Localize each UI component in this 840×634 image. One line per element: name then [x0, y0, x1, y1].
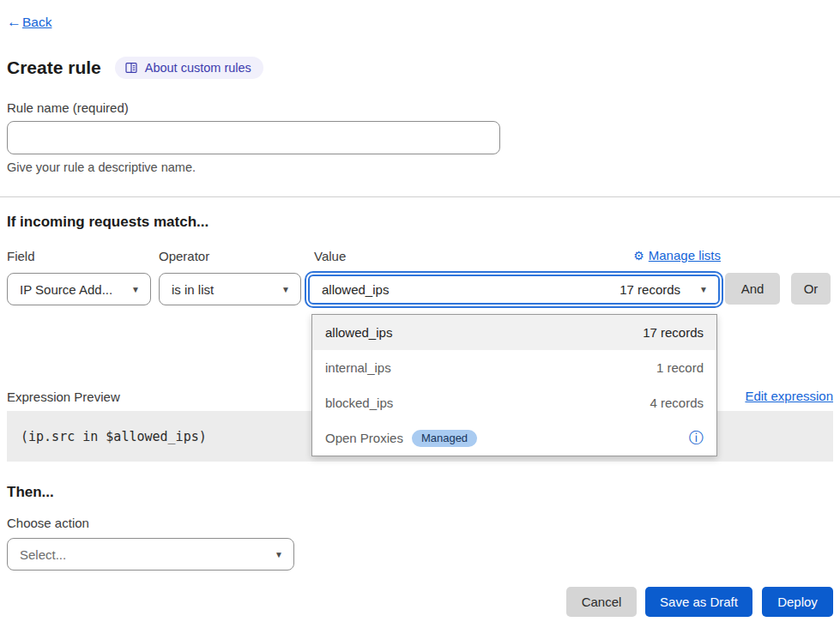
action-select[interactable]: Select... ▼ — [7, 538, 294, 571]
field-select-value: IP Source Add... — [20, 282, 112, 297]
value-label: Value — [314, 249, 346, 263]
list-item-records: 1 record — [656, 360, 704, 375]
value-dropdown-panel: allowed_ips 17 records internal_ips 1 re… — [311, 314, 717, 456]
cancel-button[interactable]: Cancel — [566, 587, 637, 617]
value-select-value: allowed_ips — [322, 282, 389, 297]
field-select[interactable]: IP Source Add... ▼ — [7, 273, 151, 305]
create-rule-page: ←Back Create rule About custom rules Rul… — [0, 0, 840, 634]
field-label: Field — [7, 249, 35, 263]
back-arrow-icon: ← — [7, 14, 21, 31]
list-item-records: 4 records — [650, 395, 704, 410]
chevron-down-icon: ▼ — [131, 285, 140, 294]
or-button[interactable]: Or — [791, 273, 831, 305]
list-item-name: blocked_ips — [325, 395, 393, 410]
action-select-placeholder: Select... — [20, 547, 66, 562]
expression-code: (ip.src in $allowed_ips) — [7, 429, 207, 444]
list-item-name: Open Proxies — [325, 431, 403, 445]
list-item-internal-ips[interactable]: internal_ips 1 record — [312, 350, 716, 385]
about-custom-rules-link[interactable]: About custom rules — [115, 57, 263, 79]
list-item-blocked-ips[interactable]: blocked_ips 4 records — [312, 385, 716, 420]
managed-badge: Managed — [412, 430, 477, 447]
rule-name-helper-text: Give your rule a descriptive name. — [7, 160, 196, 174]
section-divider — [0, 196, 840, 197]
back-link[interactable]: ←Back — [7, 14, 51, 31]
and-button[interactable]: And — [725, 273, 780, 305]
save-as-draft-button[interactable]: Save as Draft — [645, 587, 752, 617]
expression-preview-label: Expression Preview — [7, 389, 120, 404]
list-item-open-proxies[interactable]: Open Proxies Managed ⓘ — [312, 420, 716, 456]
operator-select-value: is in list — [172, 282, 214, 297]
about-custom-rules-label: About custom rules — [145, 61, 251, 75]
list-item-records: 17 records — [643, 325, 704, 340]
page-title: Create rule — [7, 57, 101, 78]
edit-expression-link[interactable]: Edit expression — [745, 389, 833, 403]
match-section-heading: If incoming requests match... — [7, 214, 208, 231]
list-item-name: internal_ips — [325, 360, 391, 375]
choose-action-label: Choose action — [7, 516, 89, 530]
chevron-down-icon: ▼ — [281, 285, 290, 294]
manage-lists-link[interactable]: ⚙ Manage lists — [633, 248, 721, 263]
deploy-button[interactable]: Deploy — [762, 587, 833, 617]
chevron-down-icon: ▼ — [699, 285, 708, 294]
info-icon[interactable]: ⓘ — [689, 431, 704, 445]
back-link-label: Back — [22, 15, 51, 30]
value-select-records: 17 records — [619, 282, 680, 297]
rule-name-label: Rule name (required) — [7, 100, 129, 115]
operator-select[interactable]: is in list ▼ — [159, 273, 301, 305]
gear-icon: ⚙ — [633, 249, 644, 263]
then-section-heading: Then... — [7, 484, 54, 501]
operator-label: Operator — [159, 249, 209, 263]
value-select[interactable]: allowed_ips 17 records ▼ — [308, 275, 720, 305]
rule-name-input[interactable] — [7, 121, 500, 154]
title-row: Create rule About custom rules — [7, 57, 263, 79]
chevron-down-icon: ▼ — [275, 550, 283, 559]
list-item-allowed-ips[interactable]: allowed_ips 17 records — [312, 315, 716, 350]
book-icon — [124, 61, 138, 75]
list-item-name: allowed_ips — [325, 325, 392, 340]
manage-lists-label: Manage lists — [649, 248, 721, 263]
